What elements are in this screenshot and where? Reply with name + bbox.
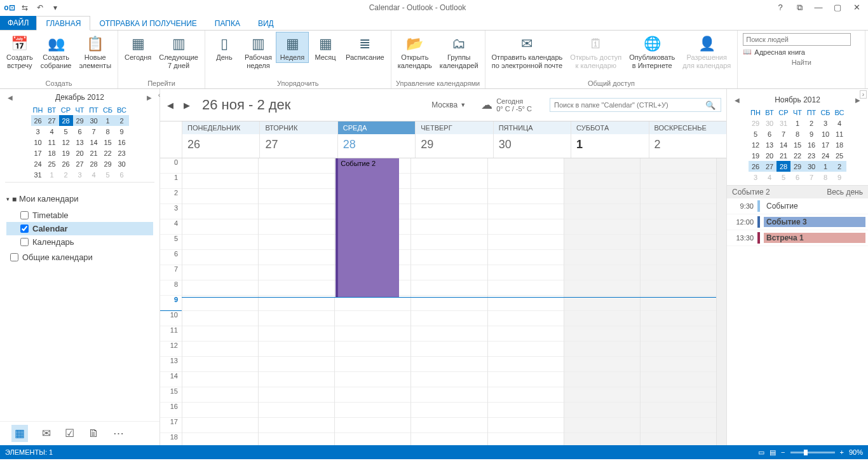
calendar-search-input[interactable] [550,101,700,109]
cal-day[interactable]: 30 [87,115,101,126]
month-view-button[interactable]: ▦Месяц [309,32,342,63]
tab-home[interactable]: ГЛАВНАЯ [36,16,90,31]
calendar-search[interactable]: 🔍 [550,98,721,112]
ribbon-toggle-icon[interactable]: ⧉ [793,3,806,13]
weather-widget[interactable]: ☁ Сегодня0° C / -5° C [481,97,532,113]
nav-calendar-icon[interactable]: ▦ [11,425,28,442]
cal-day[interactable]: 12 [59,137,73,148]
cal-day[interactable]: 11 [832,128,846,139]
cal-day[interactable]: 7 [776,128,790,139]
cal-day[interactable]: 29 [790,161,804,172]
collapse-right-icon[interactable]: › [860,90,867,99]
cal-day[interactable]: 4 [45,126,59,137]
cal-day[interactable]: 9 [115,126,129,137]
cal-day[interactable]: 6 [763,128,776,139]
day-view-button[interactable]: ▯День [208,32,241,63]
new-items-button[interactable]: 📋Новые элементы [75,32,115,71]
cal-day[interactable]: 14 [87,137,101,148]
cal-day[interactable]: 23 [804,150,818,161]
cal-day[interactable]: 28 [776,161,790,172]
cal-day[interactable]: 30 [115,158,129,169]
shared-cals-checkbox[interactable] [10,253,18,261]
day-column-header[interactable]: ПОНЕДЕЛЬНИК26 [182,121,259,158]
cal-day[interactable]: 25 [45,158,59,169]
calendar-groups-button[interactable]: 🗂Группы календарей [436,32,482,71]
tab-view[interactable]: ВИД [249,17,283,30]
cal-day[interactable]: 24 [818,150,832,161]
prev-month-icon[interactable]: ◀ [8,94,13,101]
day-column[interactable] [640,158,716,445]
cal-day[interactable]: 2 [832,161,846,172]
publish-online-button[interactable]: 🌐Опубликовать в Интернете [625,32,679,71]
search-people-input[interactable] [743,33,851,46]
calendar-permissions-button[interactable]: 👤Разрешения для календаря [679,32,735,71]
cal-day[interactable]: 7 [804,172,818,183]
new-meeting-button[interactable]: 👥Создать собрание [37,32,76,71]
cal-day[interactable]: 6 [790,172,804,183]
cal-day[interactable]: 19 [59,148,73,158]
cal-day[interactable]: 15 [101,137,115,148]
cal-day[interactable]: 8 [101,126,115,137]
cal-day[interactable]: 24 [31,158,45,169]
cal-day[interactable]: 13 [763,139,776,150]
cal-day[interactable]: 23 [115,148,129,158]
my-calendars-header[interactable]: ▾◼Мои календари [6,194,153,204]
cal-day[interactable]: 3 [73,169,87,180]
cal-day[interactable]: 3 [818,118,832,128]
agenda-row[interactable]: 9:30Событие [727,198,868,214]
cal-day[interactable]: 8 [818,172,832,183]
day-column[interactable] [564,158,640,445]
nav-tasks-icon[interactable]: ☑ [65,427,74,440]
shared-calendars-header[interactable]: Общие календари [6,249,153,264]
cal-day[interactable]: 19 [749,150,763,161]
cal-day[interactable]: 9 [804,128,818,139]
day-column[interactable] [258,158,334,445]
cal-day[interactable]: 16 [804,139,818,150]
cal-day[interactable]: 20 [763,150,776,161]
cal-day[interactable]: 1 [818,161,832,172]
cal-day[interactable]: 11 [45,137,59,148]
prev-month-right-icon[interactable]: ◀ [735,97,740,104]
tab-send-receive[interactable]: ОТПРАВКА И ПОЛУЧЕНИЕ [90,17,205,30]
cal-day[interactable]: 3 [749,172,763,183]
today-button[interactable]: ▦Сегодня [121,32,155,63]
calendar-checkbox[interactable] [20,211,29,219]
next-7-days-button[interactable]: ▥Следующие 7 дней [155,32,202,71]
cal-day[interactable]: 4 [763,172,776,183]
cal-day[interactable]: 20 [73,148,87,158]
cal-day[interactable]: 26 [59,158,73,169]
zoom-in-icon[interactable]: + [840,448,844,456]
view-list-icon[interactable]: ▤ [770,448,776,457]
address-book-button[interactable]: 📖Адресная книга [743,48,860,56]
cal-day[interactable]: 2 [59,169,73,180]
calendar-event[interactable]: Событие 2 [336,158,399,297]
cal-day[interactable]: 16 [115,137,129,148]
new-appointment-button[interactable]: 📅Создать встречу [3,32,37,71]
day-column[interactable] [410,158,487,445]
minimize-icon[interactable]: — [812,3,825,13]
day-column-header[interactable]: ВОСКРЕСЕНЬЕ2 [649,121,726,158]
schedule-view-button[interactable]: ≣Расписание [342,32,388,63]
cal-day[interactable]: 1 [101,115,115,126]
cal-day[interactable]: 22 [101,148,115,158]
day-column-header[interactable]: СРЕДА28 [337,121,415,158]
help-icon[interactable]: ? [774,3,787,13]
cal-day[interactable]: 29 [749,118,763,128]
tab-folder[interactable]: ПАПКА [206,17,249,30]
cal-day[interactable]: 4 [832,118,846,128]
next-month-icon[interactable]: ▶ [147,94,152,101]
cal-day[interactable]: 30 [804,161,818,172]
cal-day[interactable]: 13 [73,137,87,148]
cal-day[interactable]: 29 [73,115,87,126]
cal-day[interactable]: 12 [749,139,763,150]
day-column[interactable] [487,158,564,445]
calendar-list-item[interactable]: Timetable [6,209,153,222]
close-icon[interactable]: ✕ [850,3,863,13]
qat-customize-icon[interactable]: ▾ [50,2,61,13]
cal-day[interactable]: 22 [790,150,804,161]
view-normal-icon[interactable]: ▭ [758,448,764,457]
calendar-list-item[interactable]: Calendar [6,222,153,235]
zoom-slider[interactable] [790,452,835,453]
search-icon[interactable]: 🔍 [700,100,721,110]
cal-day[interactable]: 31 [31,169,45,180]
